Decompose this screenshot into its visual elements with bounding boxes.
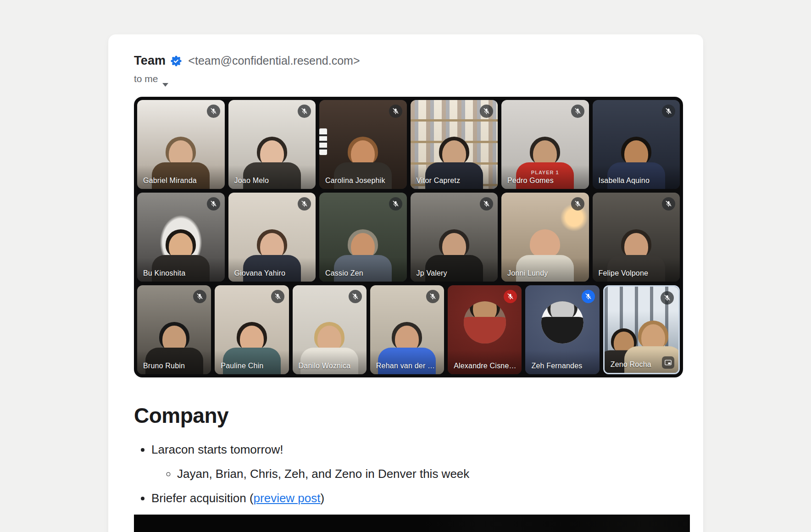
participant-name: Cassio Zen — [325, 269, 363, 277]
sender-email: <team@confidential.resend.com> — [188, 54, 360, 67]
chevron-down-icon — [162, 78, 168, 82]
participant-tile-zeno-rocha: Zeno Rocha — [603, 285, 680, 374]
bullet-denver: Jayan, Brian, Chris, Zeh, and Zeno in De… — [177, 466, 683, 482]
meet-call-screenshot: Gabriel MirandaJoao MeloCarolina Josephi… — [134, 97, 683, 377]
mic-muted-icon — [662, 197, 675, 211]
participant-name: Joao Melo — [234, 177, 269, 185]
participant-name: Felipe Volpone — [599, 269, 649, 277]
mic-muted-icon — [298, 197, 311, 211]
mic-muted-icon — [582, 290, 595, 303]
participant-tile-jonni-lundy: Jonni Lundy — [501, 193, 589, 282]
participant-tile-giovana-yahiro: Giovana Yahiro — [228, 193, 316, 282]
participant-name: Bruno Rubin — [143, 362, 185, 370]
email-header: Team <team@confidential.resend.com> — [134, 54, 683, 68]
participant-tile-carolina-josephik: Carolina Josephik — [319, 100, 407, 189]
participant-name: Pauline Chin — [221, 362, 263, 370]
participant-name: Danilo Woznica — [299, 362, 351, 370]
person-figure — [541, 301, 583, 344]
mic-muted-icon — [389, 197, 402, 211]
bullet-briefer: Briefer acquisition (preview post) — [151, 490, 683, 506]
sender-name: Team — [134, 54, 166, 68]
bullet-laracon: Laracon starts tomorrow! Jayan, Brian, C… — [151, 442, 683, 482]
participant-tile-bu-kinoshita: Bu Kinoshita — [137, 193, 225, 282]
participant-name: Gabriel Miranda — [143, 177, 197, 185]
participant-name: Zeh Fernandes — [531, 362, 582, 370]
participant-name: Bu Kinoshita — [143, 269, 185, 277]
bullet-list: Laracon starts tomorrow! Jayan, Brian, C… — [134, 442, 683, 506]
participant-name: Isabella Aquino — [599, 177, 650, 185]
grid-row: Bruno RubinPauline ChinDanilo WoznicaReh… — [137, 285, 680, 374]
mic-muted-icon — [389, 105, 402, 118]
participant-tile-pauline-chin: Pauline Chin — [215, 285, 289, 374]
participant-name: Rehan van der Me... — [376, 362, 439, 370]
participant-tile-alexandre-cisneir: Alexandre Cisneir... — [448, 285, 522, 374]
grid-row: Gabriel MirandaJoao MeloCarolina Josephi… — [137, 100, 680, 189]
participant-name: Carolina Josephik — [325, 177, 385, 185]
avatar — [464, 301, 506, 344]
participant-name: Zeno Rocha — [611, 360, 651, 369]
mic-muted-icon — [298, 105, 311, 118]
recipient-dropdown[interactable]: to me — [134, 73, 168, 84]
participant-tile-zeh-fernandes: Zeh Fernandes — [525, 285, 599, 374]
email-card: Team <team@confidential.resend.com> to m… — [108, 34, 703, 532]
participant-tile-felipe-volpone: Felipe Volpone — [593, 193, 680, 282]
mic-muted-icon — [571, 197, 584, 211]
participant-tile-joao-melo: Joao Melo — [228, 100, 316, 189]
participant-tile-cassio-zen: Cassio Zen — [319, 193, 407, 282]
mic-muted-icon — [271, 290, 284, 303]
verified-badge-icon — [171, 55, 182, 66]
recipient-label: to me — [134, 73, 158, 84]
participant-tile-isabella-aquino: Isabella Aquino — [593, 100, 680, 189]
grid-row: Bu KinoshitaGiovana YahiroCassio ZenJp V… — [137, 193, 680, 282]
participant-tile-gabriel-miranda: Gabriel Miranda — [137, 100, 225, 189]
pip-icon — [662, 356, 674, 369]
participant-tile-jp-valery: Jp Valery — [411, 193, 498, 282]
mic-muted-icon — [480, 105, 493, 118]
person-figure — [464, 301, 506, 344]
participant-tile-danilo-woznica: Danilo Woznica — [293, 285, 367, 374]
mic-muted-icon — [207, 197, 220, 211]
company-heading: Company — [134, 403, 683, 428]
participant-tile-pedro-gomes: PLAYER 1Pedro Gomes — [501, 100, 589, 189]
participant-tile-vitor-capretz: Vitor Capretz — [411, 100, 498, 189]
mic-muted-icon — [426, 290, 439, 303]
participant-tile-rehan-van-der-me: Rehan van der Me... — [370, 285, 444, 374]
participant-name: Alexandre Cisneir... — [454, 362, 517, 370]
bottom-image — [134, 515, 690, 532]
mic-muted-icon — [207, 105, 220, 118]
participant-name: Jonni Lundy — [507, 269, 548, 277]
participant-tile-bruno-rubin: Bruno Rubin — [137, 285, 211, 374]
participant-name: Pedro Gomes — [507, 177, 554, 185]
mic-muted-icon — [480, 197, 493, 211]
mic-muted-icon — [662, 105, 675, 118]
mic-muted-icon — [571, 105, 584, 118]
mic-muted-icon — [661, 291, 674, 305]
avatar — [541, 301, 583, 344]
participant-name: Vitor Capretz — [417, 177, 461, 185]
preview-post-link[interactable]: preview post — [254, 491, 321, 505]
mic-muted-icon — [349, 290, 362, 303]
participant-name: Giovana Yahiro — [234, 269, 286, 277]
participant-name: Jp Valery — [417, 269, 447, 277]
